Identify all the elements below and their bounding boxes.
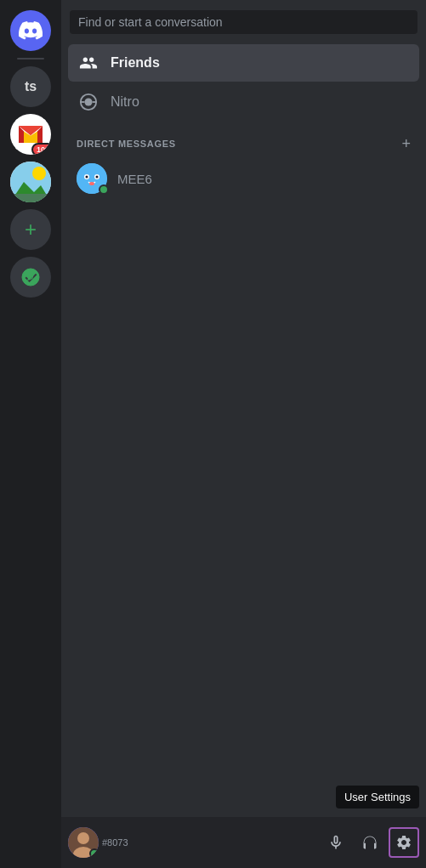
mee6-name: MEE6 [117,172,152,186]
nitro-icon [77,90,100,114]
search-bar-container: Find or start a conversation [61,0,426,44]
sidebar-item-gmail[interactable]: 109 [10,114,51,155]
headphone-button[interactable] [355,827,385,858]
add-server-icon: + [25,218,37,241]
friends-icon [77,51,100,75]
user-info: #8073 [102,837,317,848]
main-panel: Find or start a conversation Friends Nit… [61,0,426,868]
svg-rect-4 [10,194,51,202]
dm-section-header: DIRECT MESSAGES + [68,122,419,156]
svg-point-17 [77,832,89,844]
svg-point-13 [86,176,88,179]
svg-point-15 [89,182,94,185]
nitro-label: Nitro [111,94,139,110]
sidebar-item-landscape[interactable] [10,162,51,202]
server-ts-label: ts [25,79,37,94]
nav-item-friends[interactable]: Friends [68,44,419,82]
mee6-status [99,184,109,195]
svg-point-2 [32,167,46,180]
bottom-controls [321,827,419,858]
user-status-indicator [89,848,99,858]
nav-item-nitro[interactable]: Nitro [68,83,419,121]
user-discriminator: #8073 [102,837,317,848]
sidebar-item-add-server[interactable]: + [10,209,51,250]
friends-label: Friends [111,55,160,71]
microphone-button[interactable] [321,827,351,858]
svg-point-7 [84,98,92,105]
server-sidebar: ts 109 + [0,0,61,868]
dm-add-button[interactable]: + [401,136,411,151]
sidebar-item-ts[interactable]: ts [10,66,51,107]
server-divider [17,58,44,60]
sidebar-item-explore[interactable] [10,257,51,298]
search-placeholder: Find or start a conversation [78,15,409,29]
sidebar-item-home[interactable] [10,10,51,51]
user-avatar[interactable] [68,827,99,858]
settings-tooltip: User Settings [336,786,419,808]
dm-section-title: DIRECT MESSAGES [77,139,176,149]
dm-item-mee6[interactable]: MEE6 [68,156,419,201]
svg-point-14 [96,176,99,179]
bottom-bar: #8073 [61,817,426,868]
settings-button[interactable] [389,827,419,858]
mee6-avatar-container [77,163,107,194]
search-input-wrapper[interactable]: Find or start a conversation [70,10,417,34]
gmail-badge: 109 [31,143,51,155]
